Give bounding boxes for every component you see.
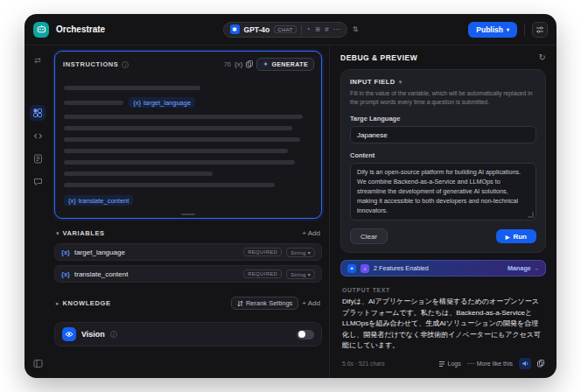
sparkle-icon: ✦: [262, 60, 269, 68]
prompt-line: [64, 160, 295, 164]
text-to-speech-button[interactable]: [519, 358, 531, 369]
feature-icon-speech: ♪: [360, 264, 369, 273]
top-header: Orchestrate ✱ GPT-4o CHAT ◔ ≋ # ⋯ ⇅ Publ…: [24, 14, 556, 46]
resize-handle[interactable]: [181, 214, 195, 215]
chevron-down-icon[interactable]: ▾: [399, 79, 402, 86]
variables-title: VARIABLES: [63, 229, 105, 237]
left-icon-rail: ⇄: [24, 46, 51, 378]
orchestrate-nav-icon[interactable]: [30, 105, 46, 121]
refresh-icon[interactable]: ↻: [539, 52, 546, 62]
variable-row[interactable]: {x} target_language REQUIRED String ▾: [54, 243, 322, 261]
target-language-label: Targe Language: [350, 115, 536, 122]
required-badge: REQUIRED: [243, 248, 282, 256]
app-logo-icon[interactable]: [33, 22, 49, 38]
temperature-icon[interactable]: ◔: [306, 26, 311, 33]
model-provider-icon: ✱: [230, 24, 240, 34]
copy-output-button[interactable]: [537, 360, 544, 368]
logs-nav-icon[interactable]: [30, 150, 46, 166]
prompt-content[interactable]: {x}target_language {x}translate_content: [55, 74, 321, 216]
variable-icon: {x}: [61, 270, 70, 278]
chevron-down-icon[interactable]: ▾: [56, 230, 60, 237]
input-field-title: INPUT FIELD: [350, 78, 396, 86]
clear-button[interactable]: Clear: [350, 228, 388, 244]
copy-icon[interactable]: [246, 60, 253, 68]
variable-icon: {x}: [61, 248, 70, 256]
content-textarea[interactable]: Dify is an open-source platform for buil…: [350, 163, 536, 220]
speaker-icon: [522, 360, 529, 368]
variable-chip[interactable]: {x}target_language: [129, 97, 195, 108]
more-params-icon[interactable]: ⋯: [333, 26, 340, 33]
prompt-line: [64, 101, 123, 105]
page-title: Orchestrate: [56, 24, 105, 34]
type-badge[interactable]: String ▾: [286, 248, 315, 257]
chat-mode-badge: CHAT: [274, 25, 297, 33]
prompt-line: [64, 86, 200, 90]
instructions-title: INSTRUCTIONS: [63, 60, 118, 68]
add-knowledge-button[interactable]: + Add: [302, 299, 320, 307]
dots-icon: ⋯: [467, 360, 474, 368]
knowledge-title: KNOWLEDGE: [63, 299, 111, 307]
variable-insert-icon[interactable]: {x}: [234, 60, 242, 68]
required-badge: REQUIRED: [243, 270, 282, 278]
output-meta: 5.6s · 521 chars: [342, 360, 432, 367]
input-field-card: INPUT FIELD ▾ Fill in the value of the v…: [340, 69, 546, 253]
more-like-this-button[interactable]: ⋯ More like this: [467, 360, 513, 368]
app-window: Orchestrate ✱ GPT-4o CHAT ◔ ≋ # ⋯ ⇅ Publ…: [24, 14, 556, 378]
prompt-line: [64, 126, 292, 130]
logs-icon: [438, 360, 445, 368]
resize-corner-icon[interactable]: [528, 212, 534, 218]
target-language-select[interactable]: Japanese: [350, 126, 536, 144]
vision-toggle[interactable]: [297, 330, 314, 340]
debug-preview-panel: DEBUG & PREVIEW ↻ INPUT FIELD ▾ Fill in …: [329, 46, 556, 378]
app-settings-icon[interactable]: [532, 22, 548, 38]
rerank-settings-button[interactable]: Rerank Settings: [231, 297, 298, 310]
vision-icon: [62, 327, 76, 341]
prompt-line: [64, 183, 275, 187]
instructions-editor[interactable]: INSTRUCTIONS i 76 {x} ✦ GENERATE: [54, 51, 322, 219]
prompt-line: [64, 172, 213, 176]
api-access-icon[interactable]: [30, 128, 46, 144]
prompt-line: [64, 115, 303, 119]
model-name: GPT-4o: [244, 25, 270, 34]
annotation-icon[interactable]: [30, 173, 46, 189]
feature-icon-citations: ✦: [347, 264, 356, 273]
pill-divider: [301, 25, 302, 34]
prompt-line: [64, 137, 300, 142]
arrow-right-icon: →: [533, 264, 539, 272]
chevron-right-icon[interactable]: ▸: [56, 300, 60, 307]
content-label: Content: [350, 151, 536, 159]
header-divider: [524, 24, 525, 36]
swap-model-icon[interactable]: ⇅: [353, 26, 359, 33]
logs-button[interactable]: Logs: [438, 360, 461, 368]
run-button[interactable]: ▶ Run: [496, 229, 536, 243]
features-bar[interactable]: ✦ ♪ 2 Features Enabled Manage→: [340, 260, 546, 276]
play-icon: ▶: [506, 234, 510, 240]
orchestrate-panel: INSTRUCTIONS i 76 {x} ✦ GENERATE: [51, 46, 329, 378]
output-text: Difyは、AIアプリケーションを構築するためのオープンソースプラットフォームで…: [340, 297, 546, 351]
model-selector[interactable]: ✱ GPT-4o CHAT ◔ ≋ # ⋯: [223, 22, 347, 38]
vision-feature-row: Vision i: [54, 322, 322, 346]
tokens-icon[interactable]: #: [325, 26, 328, 33]
rerank-icon: [237, 300, 243, 307]
debug-title: DEBUG & PREVIEW: [340, 53, 539, 62]
manage-features-link[interactable]: Manage→: [508, 264, 539, 272]
generate-button[interactable]: ✦ GENERATE: [256, 58, 314, 71]
publish-button[interactable]: Publish▾: [468, 22, 517, 38]
output-text-title: OUTPUT TEXT: [342, 287, 544, 293]
features-enabled-label: 2 Features Enabled: [374, 264, 429, 272]
copy-icon: [537, 360, 544, 368]
info-icon: i: [110, 331, 117, 338]
panel-toggle-icon[interactable]: [30, 355, 46, 371]
info-icon: i: [122, 61, 129, 68]
char-count: 76: [224, 60, 231, 68]
prompt-line: [64, 149, 288, 153]
back-to-apps-icon[interactable]: ⇄: [30, 52, 46, 68]
params-icon[interactable]: ≋: [315, 26, 321, 33]
input-field-description: Fill in the value of the variable, which…: [350, 89, 536, 107]
add-variable-button[interactable]: + Add: [302, 229, 320, 237]
variable-chip[interactable]: {x}translate_content: [64, 195, 133, 206]
type-badge[interactable]: String ▾: [286, 270, 315, 279]
chevron-down-icon: ▾: [507, 26, 509, 32]
variable-row[interactable]: {x} translate_content REQUIRED String ▾: [54, 265, 322, 283]
